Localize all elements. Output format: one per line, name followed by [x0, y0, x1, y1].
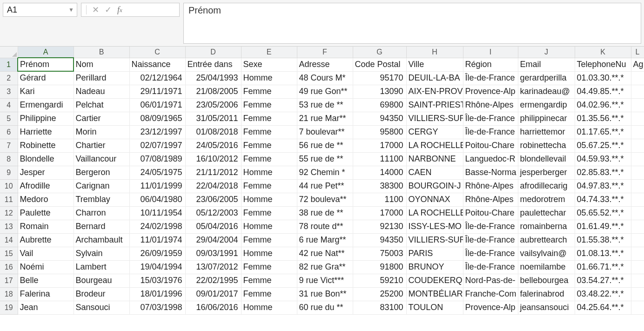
- cell[interactable]: ermengardip: [518, 98, 575, 112]
- cell[interactable]: 24/05/1975: [129, 166, 185, 179]
- cell[interactable]: 03.48.22.**.*: [575, 287, 631, 301]
- cell[interactable]: Poitou-Chare: [463, 139, 518, 152]
- cell[interactable]: 6 rue Marg**: [297, 233, 353, 247]
- cell[interactable]: 05/04/2016: [185, 220, 241, 233]
- cell[interactable]: CERGY: [406, 125, 463, 139]
- col-header-A[interactable]: A: [18, 47, 74, 58]
- row-header[interactable]: 12: [0, 206, 18, 220]
- cell[interactable]: 05.67.25.**.*: [575, 139, 631, 152]
- cell[interactable]: Femme: [241, 85, 297, 98]
- row-header[interactable]: 4: [0, 98, 18, 112]
- cell[interactable]: 94350: [353, 233, 406, 247]
- cell[interactable]: Rhône-Alpes: [463, 193, 518, 206]
- cell[interactable]: 11/01/1999: [129, 179, 185, 193]
- row-header[interactable]: 14: [0, 233, 18, 247]
- cell[interactable]: 10/11/1954: [129, 206, 185, 220]
- cell[interactable]: Rhône-Alpes: [463, 98, 518, 112]
- cell[interactable]: Vaillancour: [74, 152, 129, 166]
- cell[interactable]: 01.66.71.**.*: [575, 260, 631, 274]
- cell[interactable]: 95170: [353, 71, 406, 85]
- row-header[interactable]: 3: [0, 85, 18, 98]
- cell-K1[interactable]: TelephoneNu: [575, 58, 631, 71]
- cell[interactable]: 05.65.52.**.*: [575, 206, 631, 220]
- cell[interactable]: 01.17.65.**.*: [575, 125, 631, 139]
- cell[interactable]: [631, 247, 644, 260]
- col-header-J[interactable]: J: [518, 47, 575, 58]
- cell[interactable]: 22/04/2018: [185, 179, 241, 193]
- cell[interactable]: [631, 125, 644, 139]
- cell[interactable]: Provence-Alp: [463, 85, 518, 98]
- cell[interactable]: 21/11/2012: [185, 166, 241, 179]
- cell[interactable]: 04.74.33.**.*: [575, 193, 631, 206]
- cell[interactable]: harriettemor: [518, 125, 575, 139]
- cell[interactable]: [631, 166, 644, 179]
- row-header[interactable]: 13: [0, 220, 18, 233]
- cell[interactable]: 72 bouleva**: [297, 193, 353, 206]
- col-header-K[interactable]: K: [575, 47, 631, 58]
- cell[interactable]: VILLIERS-SUR: [406, 233, 463, 247]
- cell[interactable]: Harriette: [18, 125, 74, 139]
- col-header-H[interactable]: H: [406, 47, 463, 58]
- cell[interactable]: 92130: [353, 220, 406, 233]
- cell[interactable]: 23/05/2006: [185, 98, 241, 112]
- cell[interactable]: 29/04/2004: [185, 233, 241, 247]
- cell[interactable]: 14000: [353, 166, 406, 179]
- fx-icon[interactable]: fx: [117, 6, 122, 14]
- cell[interactable]: Homme: [241, 220, 297, 233]
- cell[interactable]: Gérard: [18, 71, 74, 85]
- cell[interactable]: Homme: [241, 301, 297, 314]
- cell[interactable]: bellebourgea: [518, 274, 575, 287]
- cell[interactable]: Bergeron: [74, 166, 129, 179]
- cell[interactable]: 05/12/2003: [185, 206, 241, 220]
- cell[interactable]: Charron: [74, 206, 129, 220]
- formula-input[interactable]: Prénom: [183, 3, 641, 44]
- cell[interactable]: Bourgeau: [74, 274, 129, 287]
- cell-F1[interactable]: Adresse: [297, 58, 353, 71]
- enter-button[interactable]: ✓: [105, 6, 112, 14]
- cell[interactable]: SAINT-PRIEST: [406, 98, 463, 112]
- cell[interactable]: 01/08/2018: [185, 125, 241, 139]
- cell[interactable]: 24/05/2016: [185, 139, 241, 152]
- cell[interactable]: [631, 274, 644, 287]
- cell[interactable]: MONTBÉLIAR: [406, 287, 463, 301]
- cell[interactable]: 09/01/2017: [185, 287, 241, 301]
- cell[interactable]: Romain: [18, 220, 74, 233]
- cell[interactable]: VILLIERS-SUR: [406, 112, 463, 125]
- cell[interactable]: 09/03/1991: [185, 247, 241, 260]
- cell-C1[interactable]: Naissance: [129, 58, 185, 71]
- cell[interactable]: Pelchat: [74, 98, 129, 112]
- cell[interactable]: 16/10/2012: [185, 152, 241, 166]
- col-header-F[interactable]: F: [297, 47, 353, 58]
- cell[interactable]: 01.08.13.**.*: [575, 247, 631, 260]
- cell[interactable]: Perillard: [74, 71, 129, 85]
- cell[interactable]: medorotrem: [518, 193, 575, 206]
- cell[interactable]: blondellevail: [518, 152, 575, 166]
- cell[interactable]: [631, 71, 644, 85]
- col-header-B[interactable]: B: [74, 47, 129, 58]
- cell[interactable]: Noémi: [18, 260, 74, 274]
- cell[interactable]: CAEN: [406, 166, 463, 179]
- cell[interactable]: karinadeau@: [518, 85, 575, 98]
- row-header[interactable]: 10: [0, 179, 18, 193]
- cell[interactable]: 04.49.85.**.*: [575, 85, 631, 98]
- cell[interactable]: 53 rue de **: [297, 98, 353, 112]
- cell[interactable]: 17000: [353, 206, 406, 220]
- cell[interactable]: [631, 152, 644, 166]
- cell[interactable]: Femme: [241, 260, 297, 274]
- row-header[interactable]: 9: [0, 166, 18, 179]
- cell[interactable]: Femme: [241, 206, 297, 220]
- cell-J1[interactable]: Email: [518, 58, 575, 71]
- cell[interactable]: 23/12/1997: [129, 125, 185, 139]
- cell[interactable]: Ermengardi: [18, 98, 74, 112]
- cell[interactable]: TOULON: [406, 301, 463, 314]
- name-box[interactable]: A1 ▼: [3, 3, 77, 17]
- row-header[interactable]: 2: [0, 71, 18, 85]
- cell[interactable]: Homme: [241, 166, 297, 179]
- row-header[interactable]: 19: [0, 301, 18, 314]
- cell[interactable]: 01.35.56.**.*: [575, 112, 631, 125]
- cell[interactable]: 29/11/1971: [129, 85, 185, 98]
- spreadsheet-grid[interactable]: A B C D E F G H I J K L 1 Prénom Nom Nai…: [0, 47, 644, 331]
- cell[interactable]: 04.02.96.**.*: [575, 98, 631, 112]
- cell[interactable]: Archambault: [74, 233, 129, 247]
- cell[interactable]: Provence-Alp: [463, 301, 518, 314]
